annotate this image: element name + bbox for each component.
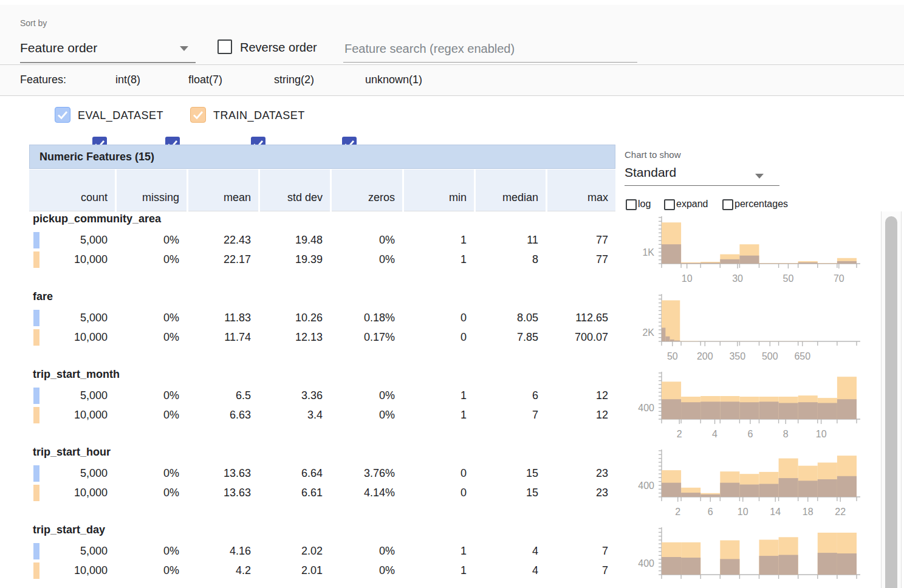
stat-zeros: 0%	[330, 543, 395, 559]
vertical-scrollbar[interactable]	[881, 211, 902, 588]
stat-median: 8	[474, 251, 538, 268]
stat-median: 4	[474, 543, 538, 559]
stat-mean: 13.63	[187, 465, 251, 482]
scrollbar-thumb[interactable]	[885, 216, 897, 588]
dataset-label-EVAL_DATASET: EVAL_DATASET	[78, 109, 163, 122]
stat-std-dev: 6.64	[258, 465, 323, 482]
stat-missing: 0%	[115, 388, 179, 404]
stat-mean: 6.63	[187, 407, 251, 423]
stat-median: 4	[474, 562, 538, 579]
stat-median: 15	[474, 465, 538, 482]
reverse-order-checkbox[interactable]	[217, 39, 232, 54]
column-header-mean: mean	[187, 191, 251, 206]
stat-missing: 0%	[115, 251, 179, 268]
dataset-checkbox-EVAL_DATASET[interactable]	[55, 107, 70, 123]
stat-mean: 11.83	[187, 310, 251, 326]
feature-name: pickup_community_area	[33, 213, 161, 225]
feature-name: fare	[33, 290, 53, 303]
log-checkbox[interactable]	[626, 199, 637, 210]
feature-row-pickup_community_area: pickup_community_area5,0000%22.4319.480%…	[0, 211, 904, 289]
svg-text:10: 10	[682, 273, 693, 284]
stat-median: 11	[474, 232, 538, 248]
stat-max: 12	[546, 388, 608, 404]
column-header-count: count	[29, 191, 108, 206]
svg-text:6: 6	[747, 429, 753, 439]
stat-mean: 11.74	[187, 329, 251, 346]
svg-text:50: 50	[783, 273, 794, 284]
stat-max: 23	[546, 465, 608, 482]
percentages-label: percentages	[734, 199, 788, 210]
stat-median: 15	[474, 485, 538, 501]
column-separator	[402, 169, 404, 211]
stat-missing: 0%	[115, 407, 179, 423]
svg-text:30: 30	[732, 273, 743, 284]
svg-text:2: 2	[677, 429, 682, 439]
svg-text:8: 8	[783, 429, 789, 439]
stat-min: 0	[402, 329, 467, 346]
svg-text:2: 2	[675, 507, 680, 517]
stat-max: 23	[546, 485, 608, 501]
reverse-order-label: Reverse order	[240, 41, 317, 55]
svg-text:14: 14	[770, 507, 781, 517]
percentages-checkbox[interactable]	[722, 199, 733, 210]
stat-min: 0	[402, 310, 467, 326]
svg-text:4: 4	[712, 429, 717, 439]
search-input[interactable]	[343, 35, 637, 63]
sort-by-value[interactable]: Feature order	[20, 41, 97, 55]
stat-mean: 4.2	[187, 562, 251, 579]
feature-type-label-float: float(7)	[188, 74, 222, 86]
feature-row-trip_start_hour: trip_start_hour5,0000%13.636.643.76%0152…	[0, 445, 904, 522]
stat-zeros: 0.18%	[330, 310, 395, 326]
stat-zeros: 3.76%	[330, 465, 395, 482]
stat-count: 10,000	[29, 562, 108, 579]
stat-zeros: 0%	[330, 562, 395, 579]
column-header-min: min	[402, 191, 467, 206]
stat-max: 12	[546, 407, 608, 423]
stat-count: 10,000	[29, 329, 108, 346]
svg-text:650: 650	[794, 351, 810, 361]
stat-count: 5,000	[29, 310, 108, 326]
log-label: log	[638, 199, 651, 210]
stat-count: 5,000	[29, 465, 108, 482]
feature-row-fare: fare5,0000%11.8310.260.18%08.05112.6510,…	[0, 289, 904, 367]
stat-min: 1	[402, 562, 467, 579]
stat-zeros: 0.17%	[330, 329, 395, 346]
stat-count: 5,000	[29, 388, 108, 404]
svg-text:400: 400	[638, 403, 654, 413]
stat-zeros: 0%	[330, 232, 395, 248]
column-separator	[546, 169, 547, 211]
numeric-features-title: Numeric Features (15)	[39, 151, 154, 163]
histogram-trip_start_hour: 2610141822400	[620, 446, 863, 521]
sort-by-label: Sort by	[20, 18, 47, 28]
chart-type-dropdown[interactable]: Standard	[625, 165, 676, 180]
histogram-pickup_community_area: 103050701K	[620, 213, 863, 288]
svg-text:1K: 1K	[642, 247, 654, 258]
stat-std-dev: 19.48	[258, 232, 323, 248]
chevron-down-icon[interactable]	[180, 46, 188, 51]
stat-zeros: 0%	[330, 407, 395, 423]
features-label: Features:	[20, 74, 66, 86]
stat-count: 10,000	[29, 485, 108, 501]
expand-label: expand	[676, 199, 708, 210]
stat-std-dev: 3.36	[258, 388, 323, 404]
svg-text:18: 18	[803, 507, 813, 517]
stat-max: 7	[546, 543, 608, 559]
chart-to-show-label: Chart to show	[625, 149, 681, 160]
stat-mean: 4.16	[187, 543, 251, 559]
expand-checkbox[interactable]	[664, 199, 675, 210]
column-separator	[258, 169, 260, 211]
stat-missing: 0%	[115, 543, 179, 559]
svg-text:6: 6	[708, 507, 713, 517]
chevron-down-icon[interactable]	[755, 174, 764, 179]
svg-text:50: 50	[667, 351, 678, 361]
feature-name: trip_start_day	[33, 524, 105, 536]
column-separator	[115, 169, 117, 211]
stat-missing: 0%	[115, 232, 179, 248]
svg-text:10: 10	[738, 507, 748, 517]
stat-mean: 22.43	[187, 232, 251, 248]
column-separator	[330, 169, 332, 211]
dataset-checkbox-TRAIN_DATASET[interactable]	[190, 107, 206, 123]
stat-min: 1	[402, 407, 467, 423]
stat-min: 1	[402, 543, 467, 559]
stat-count: 5,000	[29, 543, 108, 559]
